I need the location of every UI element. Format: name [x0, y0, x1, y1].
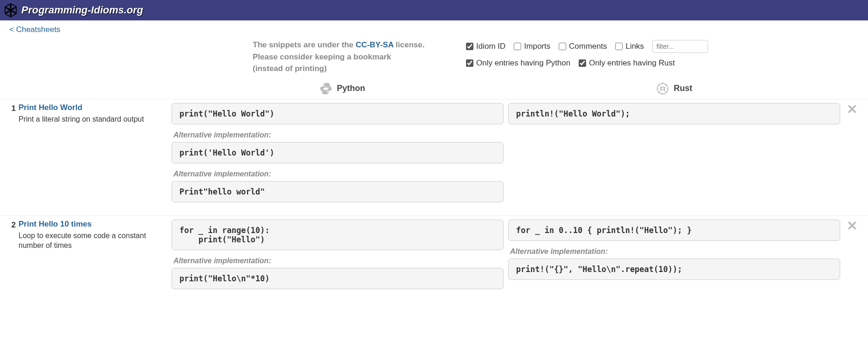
checkbox[interactable]	[615, 43, 623, 50]
rust-label: Rust	[674, 84, 692, 93]
code-text: print("Hello\n"*10)	[179, 274, 496, 283]
license-line2: Please consider keeping a bookmark	[253, 52, 391, 61]
site-title[interactable]: Programming-Idioms.org	[21, 4, 143, 16]
option-label: Comments	[569, 42, 607, 51]
code-text: for _ in 0..10 { println!("Hello"); }	[516, 226, 832, 235]
rust-code-column: for _ in 0..10 { println!("Hello"); }Alt…	[508, 220, 845, 296]
code-block[interactable]: print("Hello World")	[172, 103, 504, 124]
alternative-label: Alternative implementation:	[173, 257, 504, 265]
code-block[interactable]: Print"hello world"	[172, 181, 504, 202]
alternative-label: Alternative implementation:	[173, 131, 504, 139]
idiom-row: 1Print Hello WorldPrint a literal string…	[0, 99, 868, 215]
python-code-column: for _ in range(10): print("Hello")Altern…	[172, 220, 508, 296]
header-bar: Programming-Idioms.org	[0, 0, 868, 20]
checkbox[interactable]	[466, 59, 473, 67]
checkbox[interactable]	[579, 59, 586, 67]
license-link[interactable]: CC-BY-SA	[356, 40, 394, 49]
code-block[interactable]: print("Hello\n"*10)	[172, 268, 504, 289]
close-icon[interactable]: ✕	[847, 220, 857, 233]
code-block[interactable]: for _ in 0..10 { println!("Hello"); }	[508, 220, 840, 241]
code-text: print('Hello World')	[179, 148, 496, 157]
idiom-title-link[interactable]: Print Hello World	[19, 103, 165, 112]
code-text: print("Hello World")	[179, 109, 496, 118]
option-only-entries-having-rust[interactable]: Only entries having Rust	[579, 58, 675, 68]
option-comments[interactable]: Comments	[559, 42, 607, 51]
option-label: Imports	[524, 42, 550, 51]
close-icon[interactable]: ✕	[847, 103, 857, 116]
checkbox[interactable]	[514, 43, 521, 50]
options-panel: Idiom IDImportsCommentsLinks Only entrie…	[438, 39, 859, 75]
rust-icon	[656, 82, 669, 95]
code-text: for _ in range(10): print("Hello")	[179, 226, 496, 244]
code-block[interactable]: print!("{}", "Hello\n".repeat(10));	[508, 259, 840, 280]
alternative-label: Alternative implementation:	[510, 247, 840, 256]
language-headers: Python Rust	[0, 82, 868, 99]
idiom-subtitle: Loop to execute some code a constant num…	[19, 231, 165, 251]
alternative-label: Alternative implementation:	[173, 170, 504, 178]
idiom-id: 1	[9, 103, 19, 209]
idiom-description: Print Hello WorldPrint a literal string …	[19, 103, 172, 209]
idiom-id: 2	[9, 220, 19, 296]
code-block[interactable]: println!("Hello World");	[508, 103, 840, 124]
python-column-header: Python	[176, 82, 508, 99]
site-logo-icon	[4, 3, 18, 17]
option-idiom-id[interactable]: Idiom ID	[466, 42, 505, 51]
checkbox[interactable]	[466, 43, 473, 50]
option-label: Only entries having Rust	[589, 58, 675, 68]
checkbox[interactable]	[559, 43, 566, 50]
code-text: println!("Hello World");	[516, 109, 832, 118]
option-only-entries-having-python[interactable]: Only entries having Python	[466, 58, 570, 68]
license-line3: (instead of printing)	[253, 64, 327, 73]
license-text: The snippets are under the CC-BY-SA lice…	[253, 39, 438, 75]
rust-code-column: println!("Hello World");	[508, 103, 845, 209]
option-label: Only entries having Python	[476, 58, 570, 68]
option-label: Idiom ID	[476, 42, 505, 51]
idiom-title-link[interactable]: Print Hello 10 times	[19, 220, 165, 229]
option-links[interactable]: Links	[615, 42, 644, 51]
license-suffix: license.	[396, 40, 424, 49]
option-imports[interactable]: Imports	[514, 42, 550, 51]
license-prefix: The snippets are under the	[253, 40, 356, 49]
back-link[interactable]: < Cheatsheets	[9, 25, 60, 34]
idiom-description: Print Hello 10 timesLoop to execute some…	[19, 220, 172, 296]
python-icon	[319, 82, 332, 95]
breadcrumb: < Cheatsheets	[0, 20, 868, 39]
idiom-row: 2Print Hello 10 timesLoop to execute som…	[0, 215, 868, 302]
code-text: Print"hello world"	[179, 187, 496, 196]
code-block[interactable]: for _ in range(10): print("Hello")	[172, 220, 504, 250]
idiom-subtitle: Print a literal string on standard outpu…	[19, 114, 165, 124]
option-label: Links	[625, 42, 644, 51]
rust-column-header: Rust	[508, 82, 840, 99]
python-code-column: print("Hello World")Alternative implemen…	[172, 103, 508, 209]
filter-input[interactable]	[652, 40, 708, 53]
code-text: print!("{}", "Hello\n".repeat(10));	[516, 265, 832, 274]
controls-row: The snippets are under the CC-BY-SA lice…	[0, 39, 868, 79]
python-label: Python	[337, 84, 365, 93]
code-block[interactable]: print('Hello World')	[172, 142, 504, 163]
